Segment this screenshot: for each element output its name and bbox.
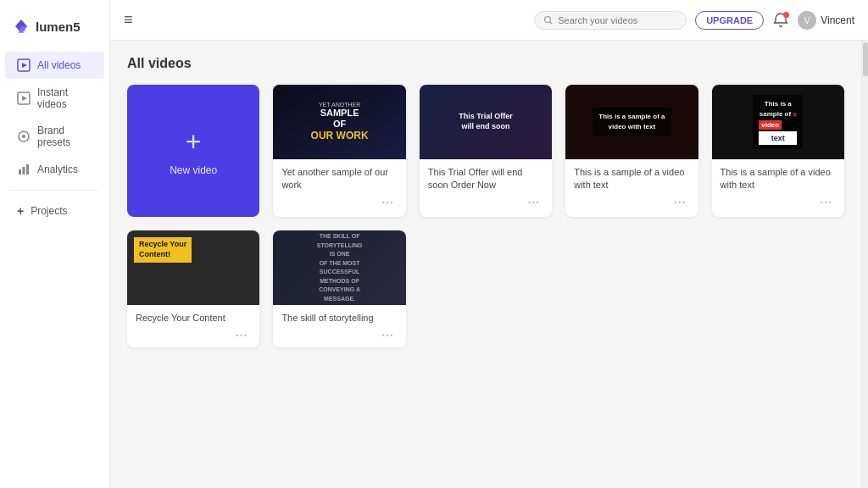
sidebar-nav: All videos Instant videos Brand presets … [0, 51, 109, 225]
video-thumb-6: THE SKILL OFSTORYTELLINGIS ONEOF THE MOS… [273, 230, 405, 305]
svg-marker-5 [22, 96, 27, 101]
video-card-4[interactable]: This is a sample of a video with text Th… [712, 85, 844, 217]
instant-videos-icon [17, 92, 31, 105]
page-title: All videos [127, 56, 844, 71]
content-wrapper: All videos + New video YET ANOTHER SAMPL… [110, 41, 868, 488]
hamburger-button[interactable]: ≡ [124, 11, 133, 29]
search-box [534, 11, 687, 30]
avatar: V [798, 11, 816, 30]
video-info-3: This is a sample of a video with text ··… [565, 159, 698, 214]
sidebar-item-brand-presets[interactable]: Brand presets [5, 118, 104, 155]
new-video-label: New video [170, 164, 217, 176]
video-thumb-5: Recycle Your Content! [127, 230, 259, 305]
svg-rect-9 [23, 167, 25, 175]
video-card-6[interactable]: THE SKILL OFSTORYTELLINGIS ONEOF THE MOS… [273, 230, 405, 347]
video-info-5: Recycle Your Content ··· [127, 305, 259, 347]
video-title-2: This Trial Offer will end soon Order Now [428, 166, 543, 192]
nav-divider [8, 190, 101, 191]
svg-rect-8 [19, 169, 21, 175]
search-input[interactable] [558, 15, 676, 25]
svg-point-7 [22, 135, 25, 138]
content-area: All videos + New video YET ANOTHER SAMPL… [110, 41, 861, 488]
video-card-3[interactable]: This is a sample of avideo with text Thi… [565, 85, 698, 217]
sidebar-item-instant-videos[interactable]: Instant videos [5, 80, 104, 117]
new-video-plus-icon: + [186, 126, 202, 158]
svg-line-12 [550, 21, 553, 24]
video-more-4[interactable]: ··· [721, 196, 836, 209]
projects-plus-icon: + [17, 204, 24, 218]
video-more-1[interactable]: ··· [281, 196, 397, 209]
video-card-2[interactable]: This Trial Offerwill end soon This Trial… [420, 85, 552, 217]
video-thumb-4: This is a sample of a video with text [712, 85, 844, 159]
analytics-label: Analytics [37, 164, 78, 175]
video-title-5: Recycle Your Content [136, 312, 251, 324]
video-info-1: Yet another sample of our work ··· [273, 159, 405, 214]
thumb-text-sample-red: This is a sample of a video with text [753, 95, 803, 150]
sidebar: lumen5 All videos Instant videos Brand p… [0, 0, 110, 488]
app-name: lumen5 [36, 19, 81, 34]
svg-rect-10 [26, 164, 29, 175]
username: Vincent [821, 14, 854, 26]
new-video-card[interactable]: + New video [127, 85, 259, 217]
video-info-6: The skill of storytelling ··· [273, 305, 405, 347]
topbar: ≡ UPGRADE V Vincent [110, 0, 868, 41]
video-more-5[interactable]: ··· [136, 329, 251, 342]
notification-dot [783, 12, 789, 18]
video-title-3: This is a sample of a video with text [574, 166, 689, 192]
video-more-2[interactable]: ··· [428, 196, 543, 209]
thumb-text-sample-dark: This is a sample of avideo with text [593, 108, 670, 136]
video-title-1: Yet another sample of our work [281, 166, 397, 192]
video-thumb-2: This Trial Offerwill end soon [420, 85, 552, 159]
thumb-text-storytelling: THE SKILL OFSTORYTELLINGIS ONEOF THE MOS… [312, 230, 368, 305]
video-card-1[interactable]: YET ANOTHER SAMPLE OF OUR WORK Yet anoth… [273, 85, 405, 217]
notification-icon[interactable] [772, 12, 789, 29]
thumb-text-trial: This Trial Offerwill end soon [453, 107, 518, 136]
video-more-6[interactable]: ··· [281, 329, 397, 342]
lumen5-logo-icon [12, 17, 31, 36]
all-videos-icon [17, 58, 31, 72]
scrollbar-thumb[interactable] [863, 42, 868, 76]
video-info-2: This Trial Offer will end soon Order Now… [420, 159, 552, 214]
projects-label: Projects [31, 205, 67, 217]
sidebar-item-projects[interactable]: + Projects [5, 197, 104, 225]
all-videos-label: All videos [37, 59, 81, 71]
search-icon [543, 15, 554, 25]
video-more-3[interactable]: ··· [574, 196, 689, 209]
svg-marker-3 [22, 63, 27, 68]
video-title-6: The skill of storytelling [281, 312, 397, 324]
video-thumb-1: YET ANOTHER SAMPLE OF OUR WORK [273, 85, 405, 159]
video-card-5[interactable]: Recycle Your Content! Recycle Your Conte… [127, 230, 259, 347]
main-area: ≡ UPGRADE V Vincent All videos [110, 0, 868, 488]
thumb-text-recycle: Recycle Your Content! [127, 230, 198, 269]
sidebar-item-all-videos[interactable]: All videos [5, 52, 104, 79]
video-title-4: This is a sample of a video with text [721, 166, 836, 192]
thumb-text-yet-another: YET ANOTHER SAMPLE OF OUR WORK [311, 102, 369, 141]
upgrade-button[interactable]: UPGRADE [695, 11, 764, 30]
instant-videos-label: Instant videos [37, 86, 92, 110]
video-grid: + New video YET ANOTHER SAMPLE OF OUR WO… [127, 85, 844, 347]
user-area[interactable]: V Vincent [798, 11, 854, 30]
sidebar-item-analytics[interactable]: Analytics [5, 156, 104, 183]
video-info-4: This is a sample of a video with text ··… [712, 159, 844, 214]
video-thumb-3: This is a sample of avideo with text [565, 85, 698, 159]
svg-point-11 [545, 16, 551, 22]
scrollbar-track [861, 41, 868, 488]
brand-presets-icon [17, 130, 31, 143]
analytics-icon [17, 163, 31, 176]
brand-presets-label: Brand presets [37, 125, 92, 148]
logo-area[interactable]: lumen5 [0, 8, 109, 51]
